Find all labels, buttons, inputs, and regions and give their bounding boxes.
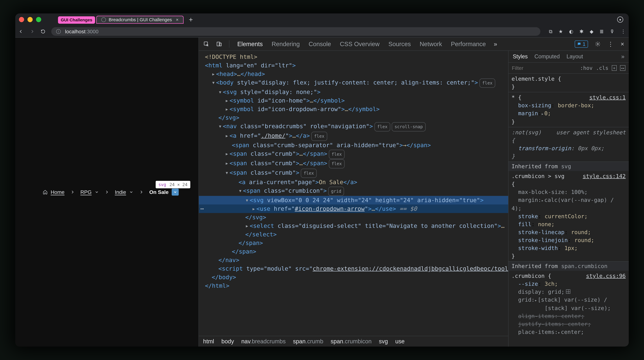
path-item[interactable]: body	[222, 338, 234, 345]
home-icon	[43, 190, 48, 195]
svg-point-3	[597, 43, 598, 45]
breadcrumb-nav: Home RPG Indie	[43, 189, 179, 196]
kebab-menu-icon[interactable]: ⋮	[608, 41, 614, 48]
more-tabs-icon[interactable]: »	[494, 41, 497, 48]
styles-filter-input[interactable]	[512, 65, 577, 71]
chrome-menu-icon[interactable]: ⋮	[621, 29, 626, 34]
pip-icon[interactable]: ⧉	[549, 29, 552, 34]
back-button[interactable]	[18, 29, 24, 34]
bookmark-star-icon[interactable]: ★	[558, 29, 563, 34]
svg-rect-1	[217, 42, 220, 46]
home-link[interactable]: Home	[51, 189, 64, 195]
tab-computed[interactable]: Computed	[534, 53, 560, 60]
tooltip-tagname: svg	[158, 182, 166, 187]
elements-panel: <!DOCTYPE html> <html lang="en" dir="ltr…	[199, 51, 508, 346]
favicon-icon	[101, 18, 106, 22]
separator-icon	[139, 190, 144, 194]
path-item[interactable]: svg	[379, 338, 388, 345]
doctype: <!DOCTYPE html>	[205, 54, 257, 60]
inspect-tooltip: svg 24 × 24	[156, 181, 190, 189]
mic-icon[interactable]: 🎙	[610, 29, 615, 34]
address-bar[interactable]: i localhost:3000	[51, 27, 540, 36]
tab-rendering[interactable]: Rendering	[271, 41, 301, 48]
breadcrumb-item[interactable]: Indie	[115, 189, 134, 195]
tooltip-dimensions: 24 × 24	[170, 182, 188, 187]
tab-console[interactable]: Console	[308, 41, 332, 48]
separator-icon	[105, 190, 109, 194]
breadcrumb-home[interactable]: Home	[43, 189, 64, 195]
styles-sidebar: Styles Computed Layout » :hov .cls + ◂▸	[508, 51, 629, 346]
chevron-down-icon[interactable]	[94, 190, 99, 194]
tab-styles[interactable]: Styles	[513, 53, 528, 60]
styles-tabs: Styles Computed Layout »	[508, 51, 629, 63]
toolbar-right: ⧉ ★ ◐ ✱ ◆ ≣ 🎙 ⋮	[549, 29, 626, 34]
tab-title: GUI Challenges	[61, 18, 92, 23]
crumb-link[interactable]: Indie	[115, 189, 126, 195]
computed-toggle-icon[interactable]: ◂▸	[620, 65, 626, 71]
url-port: :3000	[86, 29, 98, 34]
more-tabs-icon[interactable]: »	[621, 53, 624, 60]
reading-list-icon[interactable]: ≣	[600, 29, 604, 34]
site-info-icon[interactable]: i	[56, 29, 61, 34]
page-viewport: svg 24 × 24 Home RPG In	[15, 38, 198, 346]
window-controls[interactable]	[19, 17, 41, 22]
path-item[interactable]: nav.breadcrumbs	[241, 338, 286, 345]
tab-network[interactable]: Network	[419, 41, 443, 48]
issues-badge[interactable]: 1	[575, 41, 588, 48]
settings-gear-icon[interactable]	[595, 41, 600, 47]
breadcrumb-item[interactable]: RPG	[80, 189, 99, 195]
svg-rect-2	[219, 43, 221, 46]
zoom-window-icon[interactable]	[36, 17, 41, 22]
tab-layout[interactable]: Layout	[566, 53, 583, 60]
toolbar: i localhost:3000 ⧉ ★ ◐ ✱ ◆ ≣ 🎙 ⋮	[15, 26, 629, 38]
tab-strip: GUI Challenges Breadcrumbs | GUI Challen…	[58, 16, 198, 24]
devtools-tabbar: Elements Rendering Console CSS Overview …	[199, 38, 629, 51]
styles-filter-bar: :hov .cls + ◂▸	[508, 63, 629, 74]
tab-sources[interactable]: Sources	[388, 41, 412, 48]
tab-gui-challenges[interactable]: GUI Challenges	[58, 16, 95, 24]
path-item[interactable]: span.crumbicon	[331, 338, 372, 345]
breadcrumb-current: On Sale	[149, 189, 179, 196]
profile-icon[interactable]: ◆	[590, 29, 594, 34]
content-area: svg 24 × 24 Home RPG In	[15, 38, 629, 346]
tab-performance[interactable]: Performance	[450, 41, 487, 48]
elements-breadcrumb[interactable]: html body nav.breadcrumbs span.crumb spa…	[199, 336, 508, 346]
separator-icon	[70, 190, 74, 194]
crumb-link[interactable]: RPG	[80, 189, 92, 195]
minimise-window-icon[interactable]	[28, 17, 33, 22]
devtools: Elements Rendering Console CSS Overview …	[198, 38, 629, 346]
forward-button[interactable]	[29, 29, 35, 34]
chevron-down-icon[interactable]	[129, 190, 134, 194]
path-item[interactable]: span.crumb	[293, 338, 323, 345]
titlebar: GUI Challenges Breadcrumbs | GUI Challen…	[15, 14, 629, 26]
close-devtools-icon[interactable]: ×	[621, 41, 624, 48]
update-available-icon[interactable]: ●	[617, 17, 623, 23]
style-rules[interactable]: element.style { } * {style.css:1 box-siz…	[508, 74, 629, 346]
issues-count: 1	[583, 41, 586, 47]
device-toolbar-icon[interactable]	[216, 41, 222, 47]
new-tab-button[interactable]: +	[184, 16, 198, 24]
tab-breadcrumbs[interactable]: Breadcrumbs | GUI Challenges ×	[96, 16, 184, 24]
devtools-body: <!DOCTYPE html> <html lang="en" dir="ltr…	[199, 51, 629, 346]
new-style-rule-icon[interactable]: +	[612, 65, 617, 71]
current-page-label: On Sale	[149, 189, 169, 195]
tab-elements[interactable]: Elements	[236, 41, 264, 48]
chevron-down-icon	[173, 190, 177, 194]
cls-toggle[interactable]: .cls	[596, 65, 608, 71]
tab-title: Breadcrumbs | GUI Challenges	[109, 17, 172, 22]
dom-tree[interactable]: <!DOCTYPE html> <html lang="en" dir="ltr…	[199, 51, 508, 336]
extensions-puzzle-icon[interactable]: ✱	[580, 29, 584, 34]
dropdown-select-highlight[interactable]	[172, 189, 179, 196]
path-item[interactable]: html	[203, 338, 214, 345]
inspect-element-icon[interactable]	[204, 41, 209, 47]
browser-frame: GUI Challenges Breadcrumbs | GUI Challen…	[15, 14, 629, 346]
close-tab-icon[interactable]: ×	[176, 17, 179, 22]
close-window-icon[interactable]	[19, 17, 24, 22]
extension-icon[interactable]: ◐	[569, 29, 573, 34]
path-item[interactable]: use	[395, 338, 404, 345]
url-host: localhost	[65, 29, 86, 34]
tab-css-overview[interactable]: CSS Overview	[339, 41, 380, 48]
reload-button[interactable]	[40, 29, 46, 34]
hov-toggle[interactable]: :hov	[580, 65, 592, 71]
